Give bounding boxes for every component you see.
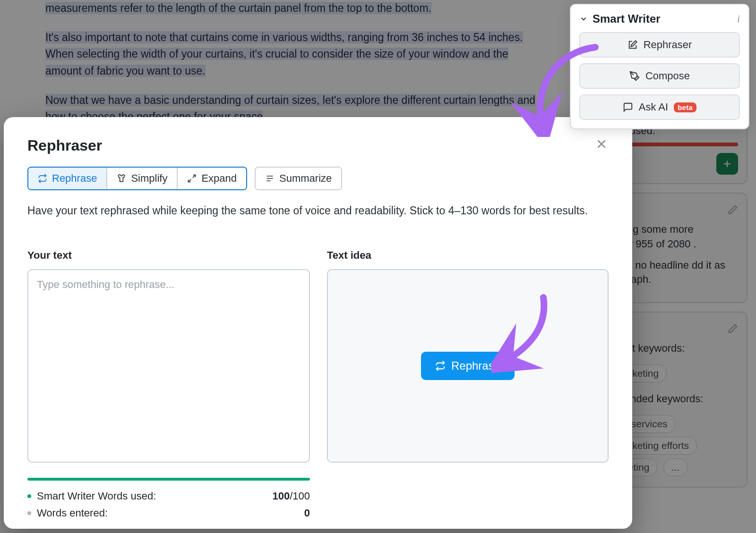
list-icon <box>265 174 275 183</box>
refresh-icon <box>38 174 47 183</box>
words-used-label: Smart Writer Words used: <box>37 490 156 502</box>
text-idea-label: Text idea <box>327 249 609 262</box>
words-entered-label: Words entered: <box>37 507 108 519</box>
tab-label: Expand <box>201 172 237 185</box>
beta-badge: beta <box>674 102 696 112</box>
words-used-total: /100 <box>290 490 310 502</box>
rephrase-button[interactable]: Rephrase <box>421 352 515 380</box>
tab-label: Summarize <box>279 172 332 185</box>
rephraser-label: Rephraser <box>644 39 692 51</box>
pen-icon <box>629 71 640 81</box>
chat-icon <box>623 102 633 112</box>
rephrase-button-label: Rephrase <box>451 359 500 372</box>
mode-description: Have your text rephrased while keeping t… <box>27 203 609 219</box>
usage-dot-icon <box>27 494 31 498</box>
expand-icon <box>187 174 197 183</box>
svg-line-2 <box>193 175 196 178</box>
ask-ai-button[interactable]: Ask AI beta <box>579 94 740 120</box>
close-icon[interactable] <box>594 137 609 151</box>
rephraser-modal: Rephraser Rephrase Simplify <box>4 117 632 529</box>
ask-ai-label: Ask AI <box>639 101 668 113</box>
text-idea-output: Rephrase <box>327 269 609 463</box>
svg-line-3 <box>189 179 191 182</box>
tab-label: Rephrase <box>52 172 97 185</box>
refresh-icon <box>435 361 446 371</box>
tab-rephrase[interactable]: Rephrase <box>28 168 106 189</box>
modal-title: Rephraser <box>27 137 102 154</box>
tab-simplify[interactable]: Simplify <box>106 168 177 189</box>
shirt-icon <box>117 174 126 183</box>
info-icon[interactable]: i <box>737 13 740 25</box>
compose-label: Compose <box>645 70 690 82</box>
compose-button[interactable]: Compose <box>579 63 740 89</box>
mode-tabs: Rephrase Simplify Expand Summarize <box>27 167 609 190</box>
your-text-label: Your text <box>27 249 310 262</box>
tab-label: Simplify <box>131 172 167 185</box>
chevron-down-icon[interactable] <box>579 15 588 23</box>
usage-dot-icon <box>27 511 31 515</box>
smart-writer-panel: Smart Writer i Rephraser Compose Ask AI … <box>570 4 749 129</box>
words-entered-value: 0 <box>304 507 310 519</box>
your-text-input[interactable] <box>27 269 310 463</box>
rephraser-button[interactable]: Rephraser <box>579 32 740 58</box>
tab-summarize[interactable]: Summarize <box>256 168 341 189</box>
smart-writer-title: Smart Writer <box>593 12 661 25</box>
words-used-value: 100 <box>272 490 290 502</box>
edit-icon <box>627 40 638 50</box>
usage-bar <box>27 478 310 481</box>
tab-expand[interactable]: Expand <box>177 168 246 189</box>
